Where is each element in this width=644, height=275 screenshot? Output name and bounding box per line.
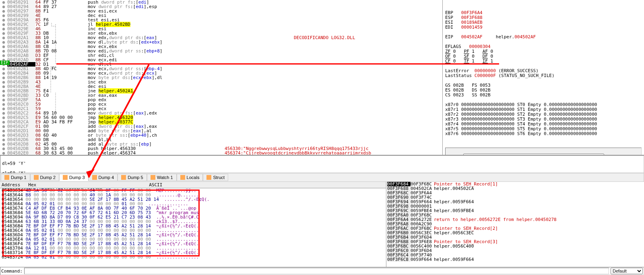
disasm-row[interactable]: 004502ABD3 EFshr edi,cl — [0, 53, 442, 58]
disasm-row[interactable]: 004502D100 00add byte ptr ds:[eax],al — [0, 129, 442, 133]
disasm-row[interactable]: 004502A38A 14 1Amov dl,byte ptr ds:[edx+… — [0, 40, 442, 44]
disasm-row[interactable]: 004502BF5Apop edx — [0, 98, 442, 102]
disasm-row[interactable]: 0045029E46inc esi — [0, 27, 442, 31]
disasm-row[interactable]: 004502D308 6D 40or byte ptr ss:[ebp+40],… — [0, 133, 442, 138]
command-bar: Command: Default — [0, 267, 644, 275]
eip-marker: EIP — [0, 60, 10, 65]
disasm-note: DECODIFICANDO LOG32.DLL — [294, 35, 355, 40]
stack-pane[interactable]: 00F3F68400F3F6BCPointer to SEH_Record[1]… — [386, 182, 644, 267]
disasm-row[interactable]: 004502BB75 E4jne helper.4502A1 — [0, 89, 442, 93]
dump-row[interactable]: 05483724 0A 05 02 01 00 00 00 00 00 00 0… — [2, 255, 384, 259]
svg-marker-1 — [86, 169, 95, 177]
dump-header: Address Hex ASCII — [0, 182, 386, 188]
dump-icon — [206, 175, 211, 180]
disasm-row[interactable]: 004502BA4Edec esi — [0, 84, 442, 89]
disasm-row[interactable]: 0045029A85 F6test esi,esi — [0, 18, 442, 22]
disasm-row[interactable]: 004502CAE9 AD 34 FB FFjmp helper.40377C — [0, 120, 442, 124]
dump-icon — [34, 175, 39, 180]
disasm-row[interactable]: 004502994Edec esi — [0, 13, 442, 18]
disasm-row[interactable]: 004502978B F1mov esi,ecx — [0, 9, 442, 13]
dump-icon — [180, 175, 185, 180]
register-line: EIP 004502AF helper.004502AF — [445, 35, 642, 40]
disasm-row[interactable]: 004502C159pop ecx — [0, 106, 442, 111]
annotation-red-arrow — [80, 65, 153, 185]
tab-dump-2[interactable]: Dump 2 — [30, 174, 60, 181]
tab-dump-1[interactable]: Dump 1 — [1, 174, 30, 181]
disasm-row[interactable]: 0045029C7C 1Fjl helper.4502BD — [0, 22, 442, 27]
calling-convention-select[interactable]: Default (stdcall) — [463, 154, 604, 155]
disasm-row[interactable]: 004502BD33 C0xor eax,eax — [0, 93, 442, 98]
dump-icon — [63, 175, 68, 180]
disasm-row[interactable]: 004502B943inc ebx — [0, 80, 442, 84]
disasm-row[interactable]: 004502C059pop ecx — [0, 102, 442, 106]
register-line: LastStatus C000000F (STATUS_NO_SUCH_FILE… — [445, 73, 642, 78]
tab-struct[interactable]: Struct — [203, 174, 228, 181]
disasm-row[interactable]: 004502A18B 10mov edx,dword ptr ds:[eax] — [0, 35, 442, 40]
stack-row[interactable]: 00F3F6C80059F664helper.0059F664 — [387, 257, 643, 262]
disasm-row[interactable]: 004502B18B 4D FCmov ecx,dword ptr ss:[eb… — [0, 67, 442, 71]
register-line: CS 0023 SS 002B — [445, 93, 642, 98]
command-label: Command: — [1, 269, 23, 274]
command-input[interactable] — [24, 268, 609, 274]
command-mode-select[interactable]: Default — [611, 268, 643, 274]
disasm-row[interactable]: 004502B48B 09mov ecx,dword ptr ds:[ecx] — [0, 71, 442, 75]
disasm-row[interactable]: 004502D600 DBadd bl,bl — [0, 138, 442, 142]
tab-locals[interactable]: Locals — [177, 174, 203, 181]
disasm-row[interactable]: 004502B688 14 19mov byte ptr ds:[ecx+ebx… — [0, 75, 442, 80]
disasm-row[interactable]: 0045029F33 DBxor ebx,ebx — [0, 31, 442, 35]
dump-icon — [4, 175, 9, 180]
registers-pane[interactable]: EBP 00F3F6A4ESP 00F3F688ESI 00189AEBEDI … — [443, 0, 644, 155]
disasm-row[interactable]: 004502E068 30 63 45 00push helper.456374… — [0, 151, 442, 155]
disasm-row[interactable]: 004502A88B 7D 08mov edi,dword ptr ss:[eb… — [0, 49, 442, 53]
disassembly-pane[interactable]: 0045029164 FF 37push dword ptr fs:[edi]0… — [0, 0, 443, 155]
dump-pane[interactable]: Address Hex ASCII 05483634 4D 5A 50 00 0… — [0, 182, 386, 267]
register-line: EDI 00001459 — [445, 25, 642, 30]
disasm-row[interactable]: 004502A68B CBmov ecx,ebx — [0, 44, 442, 49]
disasm-row[interactable]: 004502AD8B CFmov ecx,edi — [0, 58, 442, 62]
register-line: x87r6 00000000000000000000 ST6 Empty 0.0… — [445, 131, 642, 136]
disasm-row[interactable]: 0045029164 FF 37push dword ptr fs:[edi] — [0, 0, 442, 4]
disasm-row[interactable]: 0045029464 89 27mov dword ptr fs:[edi],e… — [0, 4, 442, 9]
svg-line-0 — [89, 65, 149, 177]
disasm-row[interactable]: 004502CF01 00add dword ptr ds:[eax],eax — [0, 124, 442, 129]
